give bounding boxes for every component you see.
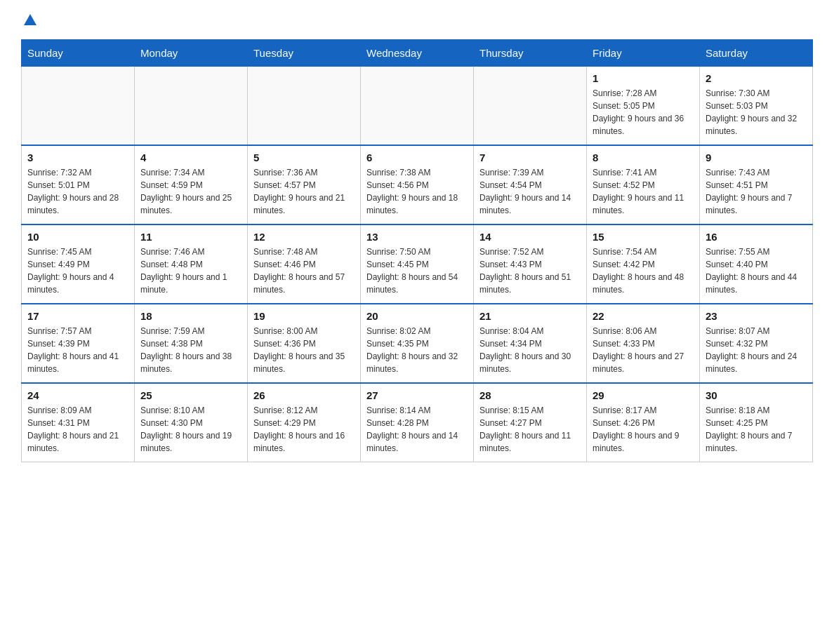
calendar-week-row: 1Sunrise: 7:28 AM Sunset: 5:05 PM Daylig… xyxy=(22,67,813,146)
day-info: Sunrise: 8:02 AM Sunset: 4:35 PM Dayligh… xyxy=(366,325,468,375)
calendar-cell: 24Sunrise: 8:09 AM Sunset: 4:31 PM Dayli… xyxy=(22,383,135,462)
day-info: Sunrise: 7:59 AM Sunset: 4:38 PM Dayligh… xyxy=(140,325,241,375)
day-number: 30 xyxy=(706,389,807,401)
calendar-week-row: 3Sunrise: 7:32 AM Sunset: 5:01 PM Daylig… xyxy=(22,145,813,224)
calendar-cell: 8Sunrise: 7:41 AM Sunset: 4:52 PM Daylig… xyxy=(587,145,700,224)
calendar-cell: 12Sunrise: 7:48 AM Sunset: 4:46 PM Dayli… xyxy=(248,224,361,304)
day-number: 23 xyxy=(706,310,807,322)
day-info: Sunrise: 7:54 AM Sunset: 4:42 PM Dayligh… xyxy=(593,246,694,296)
calendar-day-header: Tuesday xyxy=(248,40,361,67)
calendar-cell: 22Sunrise: 8:06 AM Sunset: 4:33 PM Dayli… xyxy=(587,304,700,383)
day-info: Sunrise: 7:39 AM Sunset: 4:54 PM Dayligh… xyxy=(479,166,581,217)
calendar-day-header: Sunday xyxy=(22,40,135,67)
calendar-week-row: 24Sunrise: 8:09 AM Sunset: 4:31 PM Dayli… xyxy=(22,383,813,462)
day-number: 19 xyxy=(253,310,355,322)
day-info: Sunrise: 8:17 AM Sunset: 4:26 PM Dayligh… xyxy=(593,404,694,455)
calendar-cell xyxy=(22,67,135,146)
day-info: Sunrise: 7:43 AM Sunset: 4:51 PM Dayligh… xyxy=(706,166,807,217)
day-info: Sunrise: 8:18 AM Sunset: 4:25 PM Dayligh… xyxy=(706,404,807,455)
day-number: 5 xyxy=(253,152,355,163)
day-number: 15 xyxy=(593,231,694,243)
calendar-day-header: Friday xyxy=(587,40,700,67)
day-number: 1 xyxy=(593,72,694,84)
calendar-cell: 3Sunrise: 7:32 AM Sunset: 5:01 PM Daylig… xyxy=(22,145,135,224)
day-number: 22 xyxy=(593,310,694,322)
day-number: 2 xyxy=(706,72,807,84)
day-info: Sunrise: 8:12 AM Sunset: 4:29 PM Dayligh… xyxy=(253,404,355,455)
calendar-day-header: Thursday xyxy=(474,40,587,67)
calendar-cell: 20Sunrise: 8:02 AM Sunset: 4:35 PM Dayli… xyxy=(361,304,474,383)
day-number: 11 xyxy=(140,231,241,243)
day-number: 29 xyxy=(593,389,694,401)
day-info: Sunrise: 7:45 AM Sunset: 4:49 PM Dayligh… xyxy=(27,246,128,296)
day-number: 24 xyxy=(27,389,128,401)
calendar-cell: 13Sunrise: 7:50 AM Sunset: 4:45 PM Dayli… xyxy=(361,224,474,304)
calendar-cell: 6Sunrise: 7:38 AM Sunset: 4:56 PM Daylig… xyxy=(361,145,474,224)
calendar-cell xyxy=(135,67,248,146)
day-number: 12 xyxy=(253,231,355,243)
day-info: Sunrise: 7:50 AM Sunset: 4:45 PM Dayligh… xyxy=(366,246,468,296)
day-number: 7 xyxy=(479,152,581,163)
calendar-cell: 11Sunrise: 7:46 AM Sunset: 4:48 PM Dayli… xyxy=(135,224,248,304)
calendar-cell: 28Sunrise: 8:15 AM Sunset: 4:27 PM Dayli… xyxy=(474,383,587,462)
day-number: 16 xyxy=(706,231,807,243)
calendar-header-row: SundayMondayTuesdayWednesdayThursdayFrid… xyxy=(22,40,813,67)
calendar-cell: 17Sunrise: 7:57 AM Sunset: 4:39 PM Dayli… xyxy=(22,304,135,383)
calendar-cell: 14Sunrise: 7:52 AM Sunset: 4:43 PM Dayli… xyxy=(474,224,587,304)
day-info: Sunrise: 7:46 AM Sunset: 4:48 PM Dayligh… xyxy=(140,246,241,296)
calendar-cell: 30Sunrise: 8:18 AM Sunset: 4:25 PM Dayli… xyxy=(700,383,813,462)
calendar-cell: 18Sunrise: 7:59 AM Sunset: 4:38 PM Dayli… xyxy=(135,304,248,383)
day-info: Sunrise: 7:38 AM Sunset: 4:56 PM Dayligh… xyxy=(366,166,468,217)
day-info: Sunrise: 8:09 AM Sunset: 4:31 PM Dayligh… xyxy=(27,404,128,455)
calendar-cell: 25Sunrise: 8:10 AM Sunset: 4:30 PM Dayli… xyxy=(135,383,248,462)
day-number: 26 xyxy=(253,389,355,401)
day-number: 17 xyxy=(27,310,128,322)
day-number: 25 xyxy=(140,389,241,401)
day-number: 10 xyxy=(27,231,128,243)
calendar-cell: 5Sunrise: 7:36 AM Sunset: 4:57 PM Daylig… xyxy=(248,145,361,224)
calendar-cell: 23Sunrise: 8:07 AM Sunset: 4:32 PM Dayli… xyxy=(700,304,813,383)
calendar-table: SundayMondayTuesdayWednesdayThursdayFrid… xyxy=(21,39,813,462)
day-info: Sunrise: 7:41 AM Sunset: 4:52 PM Dayligh… xyxy=(593,166,694,217)
day-info: Sunrise: 7:30 AM Sunset: 5:03 PM Dayligh… xyxy=(706,87,807,137)
day-number: 13 xyxy=(366,231,468,243)
day-info: Sunrise: 7:52 AM Sunset: 4:43 PM Dayligh… xyxy=(479,246,581,296)
day-info: Sunrise: 8:07 AM Sunset: 4:32 PM Dayligh… xyxy=(706,325,807,375)
day-number: 6 xyxy=(366,152,468,163)
calendar-cell: 4Sunrise: 7:34 AM Sunset: 4:59 PM Daylig… xyxy=(135,145,248,224)
day-info: Sunrise: 8:06 AM Sunset: 4:33 PM Dayligh… xyxy=(593,325,694,375)
day-number: 9 xyxy=(706,152,807,163)
calendar-week-row: 10Sunrise: 7:45 AM Sunset: 4:49 PM Dayli… xyxy=(22,224,813,304)
day-info: Sunrise: 7:28 AM Sunset: 5:05 PM Dayligh… xyxy=(593,87,694,137)
day-number: 27 xyxy=(366,389,468,401)
calendar-cell xyxy=(361,67,474,146)
day-info: Sunrise: 7:36 AM Sunset: 4:57 PM Dayligh… xyxy=(253,166,355,217)
calendar-day-header: Saturday xyxy=(700,40,813,67)
day-number: 3 xyxy=(27,152,128,163)
day-number: 28 xyxy=(479,389,581,401)
calendar-cell: 21Sunrise: 8:04 AM Sunset: 4:34 PM Dayli… xyxy=(474,304,587,383)
day-info: Sunrise: 7:32 AM Sunset: 5:01 PM Dayligh… xyxy=(27,166,128,217)
calendar-cell xyxy=(474,67,587,146)
day-info: Sunrise: 8:04 AM Sunset: 4:34 PM Dayligh… xyxy=(479,325,581,375)
calendar-day-header: Wednesday xyxy=(361,40,474,67)
day-number: 20 xyxy=(366,310,468,322)
calendar-cell: 27Sunrise: 8:14 AM Sunset: 4:28 PM Dayli… xyxy=(361,383,474,462)
day-number: 14 xyxy=(479,231,581,243)
day-info: Sunrise: 8:15 AM Sunset: 4:27 PM Dayligh… xyxy=(479,404,581,455)
calendar-cell: 15Sunrise: 7:54 AM Sunset: 4:42 PM Dayli… xyxy=(587,224,700,304)
day-info: Sunrise: 8:14 AM Sunset: 4:28 PM Dayligh… xyxy=(366,404,468,455)
calendar-cell: 9Sunrise: 7:43 AM Sunset: 4:51 PM Daylig… xyxy=(700,145,813,224)
calendar-cell xyxy=(248,67,361,146)
day-info: Sunrise: 8:10 AM Sunset: 4:30 PM Dayligh… xyxy=(140,404,241,455)
page-header xyxy=(21,14,813,25)
calendar-cell: 10Sunrise: 7:45 AM Sunset: 4:49 PM Dayli… xyxy=(22,224,135,304)
day-number: 21 xyxy=(479,310,581,322)
calendar-cell: 2Sunrise: 7:30 AM Sunset: 5:03 PM Daylig… xyxy=(700,67,813,146)
calendar-week-row: 17Sunrise: 7:57 AM Sunset: 4:39 PM Dayli… xyxy=(22,304,813,383)
day-info: Sunrise: 7:48 AM Sunset: 4:46 PM Dayligh… xyxy=(253,246,355,296)
calendar-cell: 16Sunrise: 7:55 AM Sunset: 4:40 PM Dayli… xyxy=(700,224,813,304)
day-info: Sunrise: 8:00 AM Sunset: 4:36 PM Dayligh… xyxy=(253,325,355,375)
day-number: 8 xyxy=(593,152,694,163)
calendar-cell: 26Sunrise: 8:12 AM Sunset: 4:29 PM Dayli… xyxy=(248,383,361,462)
